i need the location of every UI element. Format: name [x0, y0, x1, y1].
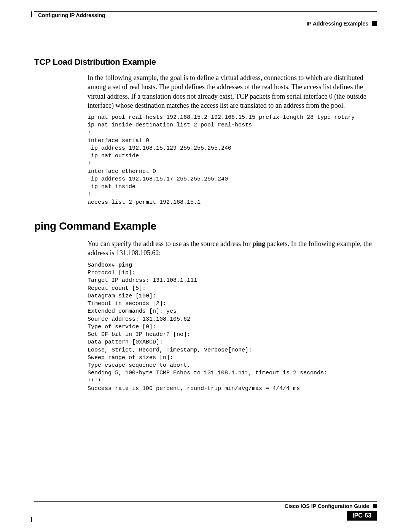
footer-rule: [34, 501, 377, 502]
footer-guide-text: Cisco IOS IP Configuration Guide: [285, 503, 369, 509]
tcp-paragraph: In the following example, the goal is to…: [34, 73, 377, 110]
page-header: Configuring IP Addressing IP Addressing …: [34, 11, 377, 34]
header-left-tick: [31, 11, 32, 17]
footer-square-icon: [373, 504, 377, 508]
ping-command: ping: [118, 262, 132, 268]
ping-code-block: Sandbox# ping Protocol [ip]: Target IP a…: [34, 262, 377, 393]
ping-heading: ping Command Example: [34, 220, 377, 232]
section-title-wrap: IP Addressing Examples: [306, 21, 377, 27]
chapter-title: Configuring IP Addressing: [38, 12, 105, 18]
page-footer: Cisco IOS IP Configuration Guide IPC-63: [34, 501, 377, 521]
ping-output: Protocol [ip]: Target IP address: 131.10…: [88, 270, 327, 392]
tcp-heading: TCP Load Distribution Example: [34, 57, 377, 67]
page: Configuring IP Addressing IP Addressing …: [0, 0, 411, 532]
header-rule: [34, 11, 377, 12]
ping-para-before: You can specify the address to use as th…: [88, 240, 252, 248]
ping-prompt: Sandbox#: [88, 262, 118, 268]
header-square-icon: [372, 21, 377, 26]
footer-guide-wrap: Cisco IOS IP Configuration Guide: [34, 503, 377, 509]
page-number-wrap: IPC-63: [34, 511, 377, 521]
footer-left-tick: [31, 517, 32, 522]
section-title: IP Addressing Examples: [306, 21, 368, 27]
ping-paragraph: You can specify the address to use as th…: [34, 239, 377, 258]
page-number: IPC-63: [347, 511, 377, 521]
ping-bold-word: ping: [252, 240, 265, 248]
tcp-code-block: ip nat pool real-hosts 192.168.15.2 192.…: [34, 114, 377, 206]
content-area: TCP Load Distribution Example In the fol…: [34, 34, 377, 393]
